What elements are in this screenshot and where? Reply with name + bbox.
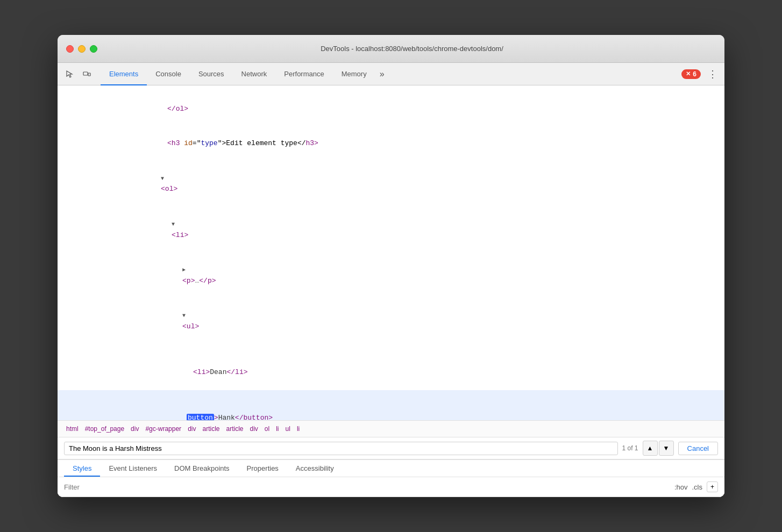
breadcrumb-item-div1[interactable]: div xyxy=(129,424,141,434)
search-nav-buttons: ▲ ▼ xyxy=(643,441,674,456)
breadcrumb-item-ul[interactable]: ul xyxy=(283,424,293,434)
close-button[interactable] xyxy=(66,45,74,53)
dom-line-selected[interactable]: ... button>Hank</button> == $0 xyxy=(58,390,724,420)
panel-tab-event-listeners[interactable]: Event Listeners xyxy=(100,460,166,477)
tab-network[interactable]: Network xyxy=(233,63,276,85)
dom-line[interactable]: <h3 id="type">Edit element type</h3> xyxy=(58,126,724,161)
error-count: 6 xyxy=(693,70,696,78)
breadcrumb-item-div2[interactable]: div xyxy=(186,424,198,434)
error-icon: ✕ xyxy=(686,70,691,77)
search-bar: 1 of 1 ▲ ▼ Cancel xyxy=(58,437,724,459)
titlebar: DevTools - localhost:8080/web/tools/chro… xyxy=(58,35,724,63)
main-tabs: Elements Console Sources Network Perform… xyxy=(101,63,681,85)
search-count: 1 of 1 xyxy=(622,444,638,452)
search-next-button[interactable]: ▼ xyxy=(659,441,674,456)
svg-rect-0 xyxy=(83,72,88,75)
more-menu-button[interactable]: ⋮ xyxy=(705,67,720,82)
filter-hov-label[interactable]: :hov xyxy=(674,483,688,491)
selected-tag: button xyxy=(187,414,214,420)
search-input[interactable] xyxy=(64,442,618,455)
collapse-arrow[interactable]: ▼ xyxy=(161,175,167,183)
toolbar-icons xyxy=(62,67,94,82)
breadcrumb-item-li2[interactable]: li xyxy=(295,424,302,434)
breadcrumb-item-html[interactable]: html xyxy=(64,424,81,434)
panel-tab-properties[interactable]: Properties xyxy=(238,460,287,477)
search-prev-button[interactable]: ▲ xyxy=(643,441,658,456)
devtools-window: DevTools - localhost:8080/web/tools/chro… xyxy=(58,35,724,497)
search-cancel-button[interactable]: Cancel xyxy=(678,442,718,455)
inspect-icon[interactable] xyxy=(62,67,77,82)
breadcrumb-bar: html #top_of_page div #gc-wrapper div ar… xyxy=(58,420,724,437)
breadcrumb-item-article2[interactable]: article xyxy=(224,424,245,434)
breadcrumb-item-ol[interactable]: ol xyxy=(262,424,272,434)
tab-performance[interactable]: Performance xyxy=(275,63,332,85)
window-title: DevTools - localhost:8080/web/tools/chro… xyxy=(108,45,716,53)
filter-actions: :hov .cls + xyxy=(674,481,718,492)
line-ellipsis-dots: ... xyxy=(66,419,82,420)
maximize-button[interactable] xyxy=(90,45,97,53)
collapse-arrow[interactable]: ▼ xyxy=(172,220,178,229)
more-tabs-button[interactable]: » xyxy=(375,63,389,85)
dom-line[interactable]: </ol> xyxy=(58,92,724,126)
bottom-panel: Styles Event Listeners DOM Breakpoints P… xyxy=(58,459,724,497)
breadcrumb-item-article1[interactable]: article xyxy=(200,424,222,434)
toolbar-right: ✕ 6 ⋮ xyxy=(681,67,720,82)
filter-add-button[interactable]: + xyxy=(707,481,718,492)
dom-tree[interactable]: </ol> <h3 id="type">Edit element type</h… xyxy=(58,85,724,420)
panel-tab-styles[interactable]: Styles xyxy=(64,460,100,477)
panel-tabs: Styles Event Listeners DOM Breakpoints P… xyxy=(58,460,724,477)
filter-bar: :hov .cls + xyxy=(58,477,724,497)
expand-arrow[interactable]: ► xyxy=(182,266,189,275)
breadcrumb-item-gc-wrapper[interactable]: #gc-wrapper xyxy=(143,424,183,434)
svg-rect-1 xyxy=(88,73,90,76)
panel-tab-dom-breakpoints[interactable]: DOM Breakpoints xyxy=(166,460,238,477)
filter-cls-label[interactable]: .cls xyxy=(692,483,702,491)
breadcrumb-item-div3[interactable]: div xyxy=(248,424,260,434)
main-toolbar: Elements Console Sources Network Perform… xyxy=(58,63,724,85)
main-content: </ol> <h3 id="type">Edit element type</h… xyxy=(58,85,724,497)
error-badge[interactable]: ✕ 6 xyxy=(681,69,701,79)
dom-line[interactable]: ► <p>…</p> xyxy=(58,253,724,298)
panel-tab-accessibility[interactable]: Accessibility xyxy=(287,460,343,477)
collapse-arrow[interactable]: ▼ xyxy=(182,312,189,320)
dom-line[interactable]: <li>Dean</li> xyxy=(58,344,724,390)
dom-line[interactable]: ▼ <li> xyxy=(58,207,724,253)
minimize-button[interactable] xyxy=(78,45,86,53)
tab-console[interactable]: Console xyxy=(147,63,190,85)
tab-sources[interactable]: Sources xyxy=(190,63,233,85)
filter-input[interactable] xyxy=(64,483,670,491)
traffic-lights xyxy=(66,45,97,53)
device-mode-icon[interactable] xyxy=(79,67,94,82)
tab-elements[interactable]: Elements xyxy=(101,63,147,85)
breadcrumb-item-li1[interactable]: li xyxy=(274,424,281,434)
dom-line[interactable]: ▼ <ul> xyxy=(58,298,724,344)
tab-memory[interactable]: Memory xyxy=(333,63,375,85)
dom-line[interactable]: ▼ <ol> xyxy=(58,161,724,207)
breadcrumb-item-top[interactable]: #top_of_page xyxy=(83,424,126,434)
